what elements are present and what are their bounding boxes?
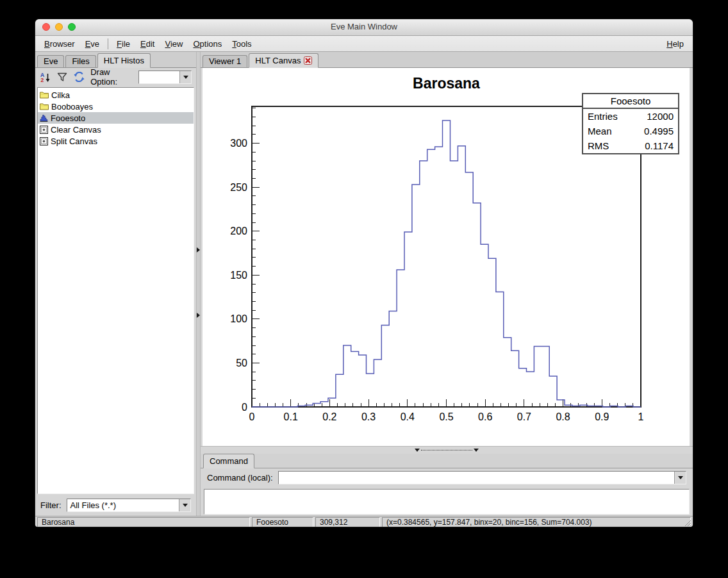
horizontal-splitter-handle[interactable] [415,449,479,452]
svg-text:0.5: 0.5 [439,411,453,422]
svg-text:300: 300 [230,138,247,149]
menu-options[interactable]: Options [188,39,227,49]
svg-text:0.3: 0.3 [361,411,376,422]
folder-icon [40,103,49,110]
folder-icon [40,91,49,99]
traffic-lights [42,23,76,31]
stats-box[interactable]: Fooesoto Entries 12000 Mean 0.4995 RMS 0… [582,93,679,154]
menu-view[interactable]: View [160,39,188,49]
filter-select[interactable]: All Files (*.*) [67,499,192,512]
close-window-button[interactable] [42,23,50,31]
splitter-down-arrow-icon [474,449,479,452]
stats-row-entries: Entries 12000 [583,109,678,124]
zoom-window-button[interactable] [68,23,76,31]
filter-row: Filter: All Files (*.*) [35,494,196,516]
minimize-window-button[interactable] [55,23,63,31]
chevron-down-icon [183,76,188,79]
tab-eve-label: Eve [44,56,58,67]
tab-files[interactable]: Files [65,55,95,67]
tab-hlt-canvas[interactable]: HLT Canvas [249,53,318,68]
filter-value: All Files (*.*) [67,499,179,511]
tree-item-split-canvas[interactable]: Split Canvas [38,135,194,147]
chevron-down-icon [183,504,188,507]
stats-value: 12000 [647,109,674,124]
svg-text:0.6: 0.6 [478,411,492,422]
stats-label: Mean [588,124,612,138]
title-bar[interactable]: Eve Main Window [35,19,693,36]
draw-option-dropdown-button[interactable] [179,71,191,83]
svg-text:0: 0 [242,401,247,412]
splitter-dotted-line [421,450,472,450]
menu-tools[interactable]: Tools [227,39,256,49]
tab-files-label: Files [72,56,89,67]
status-cursor-position: 309,312 [315,517,380,527]
svg-text:0.1: 0.1 [284,411,298,422]
browser-tabstrip: Eve Files HLT Histos [35,52,196,68]
status-object-name: Fooesoto [252,517,313,527]
svg-text:200: 200 [230,226,247,236]
tree-item-label: Clear Canvas [51,125,101,135]
menu-eve[interactable]: Eve [80,39,104,49]
command-output[interactable] [204,489,690,515]
splitter-right-arrow-icon[interactable] [197,247,200,252]
tab-viewer-1-label: Viewer 1 [209,56,241,67]
command-row: Command (local): [201,468,693,488]
splitter-down-arrow-icon [415,449,420,452]
svg-text:0: 0 [249,411,255,422]
command-history-dropdown-button[interactable] [674,472,686,484]
svg-text:150: 150 [230,270,247,281]
y-axis-ticks [252,108,260,407]
svg-text:100: 100 [230,313,247,324]
svg-text:0.9: 0.9 [595,411,609,422]
menu-separator [108,38,108,49]
x-axis-labels: 00.10.20.30.40.50.60.70.80.91 [249,411,644,422]
histogram-canvas[interactable]: 00.10.20.30.40.50.60.70.80.9105010015020… [203,68,690,446]
tab-hlt-histos[interactable]: HLT Histos [97,53,151,68]
stats-box-title: Fooesoto [583,94,678,109]
tree-item-booboayes[interactable]: Booboayes [38,101,194,112]
object-tree: Cilka Booboayes Fooesoto [37,87,194,494]
refresh-button[interactable] [74,70,85,83]
splitter-right-arrow-icon[interactable] [197,313,200,318]
command-input[interactable] [278,471,686,484]
draw-option-value [139,71,179,83]
tab-hlt-histos-label: HLT Histos [104,54,144,67]
tree-item-label: Cilka [51,90,70,100]
tab-viewer-1[interactable]: Viewer 1 [203,55,247,67]
chevron-down-icon [678,476,683,479]
svg-text:0.7: 0.7 [517,411,531,422]
menu-edit[interactable]: Edit [135,39,160,49]
canvas-icon [40,137,48,145]
menu-bar: Browser Eve File Edit View Options Tools… [35,36,693,52]
close-tab-icon[interactable] [304,56,312,65]
tree-item-fooesoto[interactable]: Fooesoto [38,112,194,124]
command-prompt-label: Command (local): [207,473,273,483]
svg-text:1: 1 [638,411,644,422]
filter-dropdown-button[interactable] [179,499,190,511]
draw-option-select[interactable] [138,70,192,84]
filter-button[interactable] [56,70,67,83]
svg-text:0.8: 0.8 [556,411,570,422]
sort-button[interactable]: A 2 [40,70,51,83]
tree-item-label: Fooesoto [51,113,85,123]
svg-text:250: 250 [230,182,247,193]
tab-command[interactable]: Command [203,454,254,468]
svg-text:2: 2 [41,77,44,83]
y-axis-labels: 050100150200250300 [230,138,247,412]
stats-value: 0.1174 [645,138,674,153]
menu-browser[interactable]: Browser [39,39,80,49]
tree-item-cilka[interactable]: Cilka [38,89,194,101]
vertical-splitter[interactable] [196,52,201,516]
resize-grip-icon[interactable] [683,518,691,527]
app-window: Eve Main Window Browser Eve File Edit Vi… [35,19,693,527]
command-panel: Command Command (local): [201,454,693,516]
status-bin-readout: (x=0.384565, y=157.847, binx=20, binc=15… [382,517,691,527]
refresh-icon [74,72,85,82]
tab-eve[interactable]: Eve [37,55,64,67]
menu-file[interactable]: File [112,39,135,49]
horizontal-splitter[interactable] [201,446,693,454]
svg-text:0.4: 0.4 [401,411,415,422]
tree-item-clear-canvas[interactable]: Clear Canvas [38,124,194,135]
menu-help[interactable]: Help [661,39,689,49]
browser-panel: Eve Files HLT Histos A 2 [35,52,196,516]
